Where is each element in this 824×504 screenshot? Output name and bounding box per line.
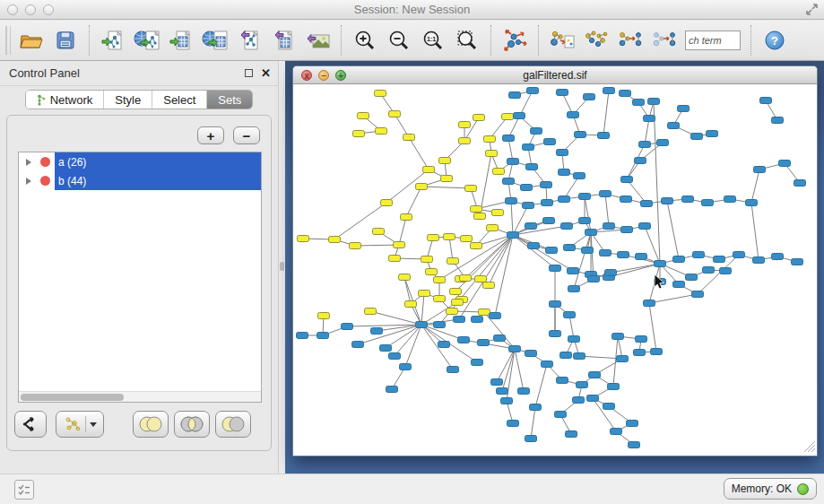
graph-node[interactable] <box>662 198 673 204</box>
graph-node[interactable] <box>573 397 585 404</box>
graph-node[interactable] <box>794 180 806 187</box>
graph-node[interactable] <box>772 117 784 124</box>
graph-node[interactable] <box>501 398 513 404</box>
export-network-icon[interactable] <box>234 25 265 56</box>
import-network-file-icon[interactable] <box>98 25 128 56</box>
graph-node[interactable] <box>574 353 585 360</box>
graph-node[interactable] <box>483 282 495 289</box>
graph-node[interactable] <box>612 334 624 340</box>
graph-node[interactable] <box>559 196 570 203</box>
zoom-fit-icon[interactable]: 1:1 <box>418 25 448 56</box>
graph-node[interactable] <box>472 360 483 366</box>
graph-node[interactable] <box>557 90 568 96</box>
graph-node[interactable] <box>633 100 645 106</box>
graph-node[interactable] <box>525 351 537 357</box>
graph-node[interactable] <box>493 169 505 175</box>
graph-node[interactable] <box>447 308 458 315</box>
graph-node[interactable] <box>589 372 601 378</box>
graph-node[interactable] <box>605 270 617 276</box>
network-view-window[interactable]: x – + galFiltered.sif <box>292 65 818 456</box>
graph-node[interactable] <box>509 346 521 352</box>
panel-splitter[interactable] <box>278 61 285 474</box>
graph-node[interactable] <box>389 256 401 262</box>
graph-node[interactable] <box>423 167 435 173</box>
memory-status-button[interactable]: Memory: OK <box>724 478 817 500</box>
graph-node[interactable] <box>471 243 482 249</box>
graph-node[interactable] <box>603 88 615 94</box>
graph-node[interactable] <box>559 169 570 176</box>
graph-node[interactable] <box>651 349 663 355</box>
graph-node[interactable] <box>386 387 398 393</box>
graph-node[interactable] <box>459 122 471 128</box>
graph-node[interactable] <box>419 291 430 297</box>
graph-node[interactable] <box>634 350 646 356</box>
graph-node[interactable] <box>564 312 576 318</box>
graph-node[interactable] <box>600 191 611 197</box>
help-icon[interactable]: ? <box>759 25 790 56</box>
graph-node[interactable] <box>544 139 556 145</box>
graph-node[interactable] <box>707 131 718 137</box>
export-image-icon[interactable] <box>302 25 333 56</box>
tab-select[interactable]: Select <box>152 91 207 109</box>
graph-node[interactable] <box>416 184 428 190</box>
graph-node[interactable] <box>557 150 568 156</box>
graph-node[interactable] <box>523 203 534 209</box>
graph-node[interactable] <box>542 200 553 206</box>
graph-node[interactable] <box>568 112 579 118</box>
graph-node[interactable] <box>579 218 591 224</box>
zoom-in-icon[interactable] <box>350 25 380 56</box>
search-input[interactable] <box>685 30 741 50</box>
graph-node[interactable] <box>297 333 308 339</box>
graph-node[interactable] <box>644 300 655 307</box>
graph-node[interactable] <box>400 364 412 370</box>
graph-node[interactable] <box>555 412 567 418</box>
graph-node[interactable] <box>518 388 530 395</box>
graph-node[interactable] <box>568 286 580 292</box>
graph-node[interactable] <box>550 265 561 272</box>
graph-node[interactable] <box>617 356 629 362</box>
graph-node[interactable] <box>507 232 519 239</box>
graph-node[interactable] <box>461 236 473 242</box>
union-networks-icon[interactable] <box>581 25 611 56</box>
graph-node[interactable] <box>574 173 585 179</box>
graph-node[interactable] <box>371 328 383 335</box>
graph-node[interactable] <box>376 128 387 135</box>
graph-node[interactable] <box>692 291 704 298</box>
graph-node[interactable] <box>503 135 515 142</box>
graph-node[interactable] <box>507 421 519 427</box>
graph-node[interactable] <box>724 196 736 203</box>
graph-node[interactable] <box>460 275 472 282</box>
graph-node[interactable] <box>494 335 506 342</box>
graph-node[interactable] <box>779 161 791 167</box>
graph-node[interactable] <box>507 159 519 165</box>
graph-node[interactable] <box>575 132 586 138</box>
graph-node[interactable] <box>473 115 485 121</box>
graph-node[interactable] <box>373 229 385 235</box>
graph-node[interactable] <box>603 404 615 410</box>
graph-node[interactable] <box>531 128 542 135</box>
graph-node[interactable] <box>490 313 501 319</box>
close-network-window-button[interactable]: x <box>301 70 312 81</box>
graph-node[interactable] <box>714 256 725 263</box>
graph-node[interactable] <box>399 274 411 281</box>
graph-node[interactable] <box>350 243 361 249</box>
graph-node[interactable] <box>627 421 638 427</box>
graph-node[interactable] <box>444 234 455 240</box>
tab-style[interactable]: Style <box>104 91 152 109</box>
graph-node[interactable] <box>318 313 330 319</box>
graph-node[interactable] <box>648 99 660 105</box>
export-table-icon[interactable] <box>268 25 299 56</box>
float-panel-icon[interactable] <box>245 69 253 77</box>
graph-node[interactable] <box>528 243 540 249</box>
graph-node[interactable] <box>502 114 514 120</box>
graph-node[interactable] <box>557 378 568 384</box>
graph-node[interactable] <box>588 276 600 282</box>
graph-node[interactable] <box>636 336 647 343</box>
graph-node[interactable] <box>389 111 401 117</box>
task-status-icon[interactable] <box>14 480 34 500</box>
graph-node[interactable] <box>703 267 715 274</box>
graph-node[interactable] <box>792 259 803 265</box>
zoom-selected-icon[interactable] <box>452 25 482 56</box>
graph-node[interactable] <box>447 258 459 265</box>
graph-node[interactable] <box>720 268 732 274</box>
